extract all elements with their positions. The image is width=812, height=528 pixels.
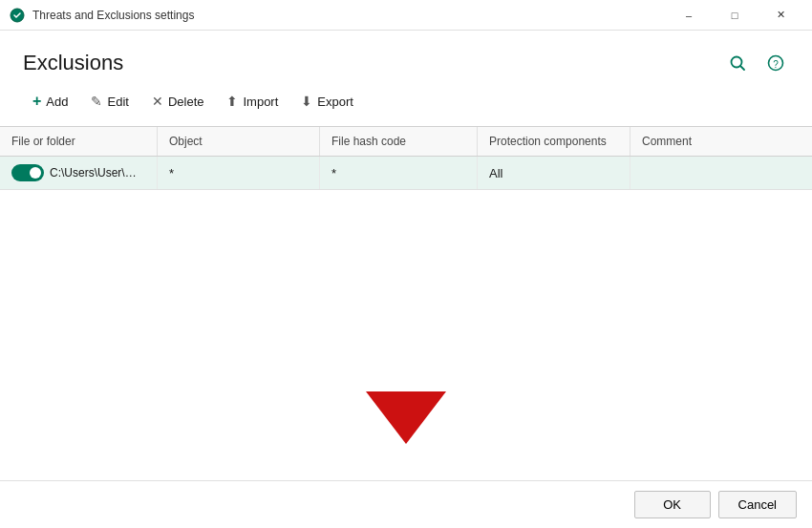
export-button[interactable]: ⬇ Export	[291, 89, 363, 114]
footer: OK Cancel	[0, 480, 812, 528]
cell-comment	[630, 157, 812, 189]
search-icon	[729, 54, 746, 72]
app-icon	[10, 8, 25, 23]
cell-file-hash-code: *	[320, 157, 478, 189]
svg-line-2	[740, 66, 744, 70]
add-label: Add	[46, 95, 68, 109]
table-row[interactable]: C:\Users\User\OneDriv * * All	[0, 157, 812, 190]
delete-button[interactable]: ✕ Delete	[142, 89, 214, 114]
export-icon: ⬇	[301, 94, 312, 109]
title-bar-controls: – □ ✕	[667, 0, 802, 31]
help-button[interactable]: ?	[762, 50, 789, 76]
toolbar: + Add ✎ Edit ✕ Delete ⬆ Import ⬇ Export	[0, 76, 812, 115]
delete-label: Delete	[168, 95, 204, 109]
export-label: Export	[317, 95, 353, 109]
add-icon: +	[32, 93, 41, 110]
header-icons: ?	[724, 50, 789, 76]
import-icon: ⬆	[226, 94, 238, 109]
cancel-button[interactable]: Cancel	[718, 491, 797, 518]
cell-file-or-folder: C:\Users\User\OneDriv	[0, 157, 158, 189]
main-content: Exclusions ? + Add ✎ Edit	[0, 31, 812, 528]
toggle-control[interactable]: C:\Users\User\OneDriv	[11, 164, 145, 181]
delete-icon: ✕	[152, 94, 163, 109]
search-button[interactable]	[724, 50, 751, 76]
col-header-file-or-folder: File or folder	[0, 127, 158, 156]
arrow-head	[366, 391, 446, 444]
arrow-area	[0, 304, 812, 481]
col-header-comment: Comment	[630, 127, 812, 156]
help-icon: ?	[767, 54, 784, 72]
close-button[interactable]: ✕	[759, 0, 802, 31]
maximize-button[interactable]: □	[713, 0, 757, 31]
toggle-switch[interactable]	[11, 164, 44, 181]
edit-button[interactable]: ✎ Edit	[81, 89, 138, 114]
minimize-button[interactable]: –	[667, 0, 711, 31]
title-bar: Threats and Exclusions settings – □ ✕	[0, 0, 812, 31]
edit-label: Edit	[107, 95, 128, 109]
file-or-folder-text: C:\Users\User\OneDriv	[50, 166, 145, 180]
cell-object: *	[158, 157, 320, 189]
ok-button[interactable]: OK	[634, 491, 711, 518]
table-header: File or folder Object File hash code Pro…	[0, 126, 812, 157]
header-area: Exclusions ?	[0, 31, 812, 76]
cell-protection-components: All	[478, 157, 630, 189]
col-header-protection-components: Protection components	[478, 127, 630, 156]
add-button[interactable]: + Add	[23, 88, 77, 115]
import-label: Import	[243, 95, 278, 109]
page-title: Exclusions	[23, 51, 123, 75]
col-header-file-hash-code: File hash code	[320, 127, 478, 156]
import-button[interactable]: ⬆ Import	[217, 89, 288, 114]
svg-text:?: ?	[773, 59, 779, 70]
edit-icon: ✎	[91, 94, 102, 109]
col-header-object: Object	[158, 127, 320, 156]
table-container: File or folder Object File hash code Pro…	[0, 126, 812, 304]
title-bar-text: Threats and Exclusions settings	[32, 9, 667, 22]
